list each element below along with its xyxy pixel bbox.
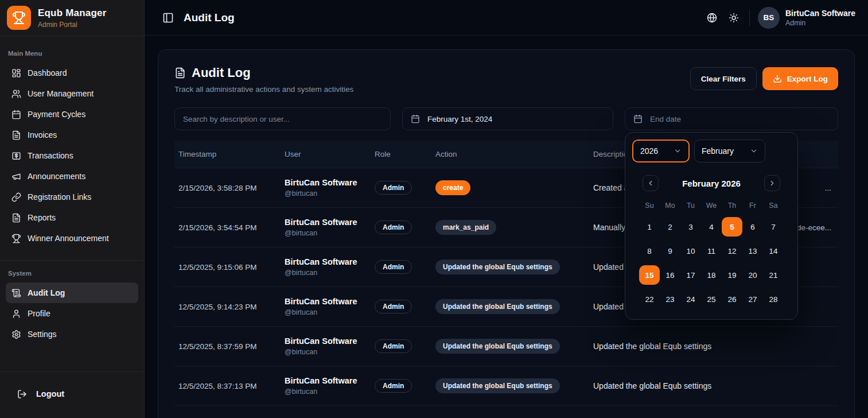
sidebar-item-payment-cycles[interactable]: Payment Cycles [6,104,138,125]
role-cell: Admin [371,339,431,353]
calendar-day[interactable]: 22 [639,289,660,309]
calendar-day[interactable]: 16 [660,265,680,285]
sidebar-item-dashboard[interactable]: Dashboard [6,63,138,83]
calendar-day[interactable]: 4 [701,217,722,237]
calendar-day[interactable]: 1 [639,217,660,237]
calendar-day[interactable]: 6 [742,217,763,237]
calendar-day[interactable]: 3 [680,217,701,237]
table-row[interactable]: BirtuCan Software Admin Updated the glob… [174,406,838,418]
user-cell-handle: @birtucan [285,348,371,356]
calendar-day[interactable]: 8 [639,241,660,261]
globe-icon [707,13,717,23]
user-cell: BirtuCan Software @birtucan [281,336,371,356]
timestamp-cell: 12/5/2025, 9:14:23 PM [174,303,281,311]
nav-section-label: Main Menu [8,50,136,57]
column-header-user: User [281,150,371,158]
users-icon [11,89,21,99]
start-date-value: February 1st, 2024 [427,115,492,123]
sidebar-item-user-management[interactable]: User Management [6,83,138,104]
calendar-day[interactable]: 11 [701,241,722,261]
user-cell-name: BirtuCan Software [285,178,371,187]
end-date-field[interactable]: End date [625,107,838,130]
weekday-label: Mo [660,202,680,210]
calendar-day[interactable]: 7 [763,217,784,237]
start-date-field[interactable]: February 1st, 2024 [402,107,613,130]
sidebar-item-label: Winner Announcement [28,234,109,243]
scroll-text-icon [11,288,21,298]
user-menu[interactable]: BS BirtuCan Software Admin [758,7,855,29]
layout-dashboard-icon [11,68,21,78]
role-badge: Admin [375,379,412,393]
logout-button[interactable]: Logout [7,384,137,404]
user-cell-handle: @birtucan [285,308,371,316]
clear-filters-button[interactable]: Clear Filters [690,67,757,90]
sidebar-item-audit-log[interactable]: Audit Log [6,282,138,303]
calendar-day[interactable]: 20 [742,265,763,285]
user-role: Admin [785,19,855,27]
calendar-day[interactable]: 24 [680,289,701,309]
calendar-day[interactable]: 10 [680,241,701,261]
calendar-day[interactable]: 12 [722,241,742,261]
datepicker-month-title: February 2026 [682,179,741,188]
chevron-right-icon [768,179,776,187]
sidebar-divider [0,260,144,261]
end-date-placeholder: End date [650,115,681,123]
month-select[interactable]: February [694,140,765,162]
sidebar-item-invoices[interactable]: Invoices [6,125,138,145]
calendar-day[interactable]: 21 [763,265,784,285]
table-row[interactable]: 12/5/2025, 8:37:59 PM BirtuCan Software … [174,327,838,366]
calendar-day[interactable]: 28 [763,289,784,309]
action-badge: Updated the global Equb settings [435,299,560,314]
sidebar-item-transactions[interactable]: Transactions [6,145,138,166]
calendar-day[interactable]: 14 [763,241,784,261]
calendar-day[interactable]: 26 [722,289,742,309]
sidebar-item-registration-links[interactable]: Registration Links [6,187,138,207]
sidebar-nav: Main Menu Dashboard User Management Paym… [0,36,144,371]
brand-logo [7,6,31,30]
sidebar-toggle-icon[interactable] [162,12,174,24]
year-select-value: 2026 [640,146,658,156]
role-badge: Admin [375,339,412,353]
calendar-icon [633,114,643,123]
page-title: Audit Log [192,65,251,80]
calendar-day-selected[interactable]: 15 [639,265,660,285]
table-row[interactable]: 12/5/2025, 8:37:13 PM BirtuCan Software … [174,366,838,406]
user-cell-name: BirtuCan Software [285,297,371,306]
month-select-value: February [702,146,734,156]
year-select[interactable]: 2026 [632,140,690,162]
calendar-icon [411,114,420,123]
main-area: Audit Log BS BirtuCan Software Admin [145,0,868,418]
language-globe-button[interactable] [701,7,723,29]
user-cell: BirtuCan Software @birtucan [281,257,371,277]
theme-toggle-button[interactable] [723,7,745,29]
sidebar-item-label: Invoices [28,130,57,140]
brand-text: Equb Manager Admin Portal [38,7,107,29]
prev-month-button[interactable] [643,175,659,191]
calendar-day[interactable]: 2 [660,217,680,237]
calendar-day[interactable]: 27 [742,289,763,309]
export-log-button[interactable]: Export Log [762,67,838,90]
sidebar: Equb Manager Admin Portal Main Menu Dash… [0,0,145,418]
next-month-button[interactable] [764,175,780,191]
calendar-day[interactable]: 19 [722,265,742,285]
page-subtitle: Track all administrative actions and sys… [174,85,353,94]
sidebar-item-reports[interactable]: Reports [6,207,138,228]
action-badge: create [435,180,470,195]
calendar-day[interactable]: 23 [660,289,680,309]
sidebar-item-winner-announcement[interactable]: Winner Announcement [6,228,138,249]
sidebar-item-profile[interactable]: Profile [6,303,138,324]
topbar-right: BS BirtuCan Software Admin [701,7,855,29]
sidebar-item-settings[interactable]: Settings [6,324,138,345]
sidebar-item-announcements[interactable]: Announcements [6,166,138,187]
user-cell-handle: @birtucan [285,229,371,237]
search-input[interactable] [174,107,391,130]
calendar-day[interactable]: 17 [680,265,701,285]
calendar-day[interactable]: 13 [742,241,763,261]
calendar-day[interactable]: 25 [701,289,722,309]
calendar-day[interactable]: 18 [701,265,722,285]
trophy-icon [11,234,21,243]
calendar-day-selected[interactable]: 5 [722,217,742,237]
calendar-day[interactable]: 9 [660,241,680,261]
description-cell: Updated the global Equb settings [589,342,838,351]
weekday-label: Tu [680,202,701,210]
